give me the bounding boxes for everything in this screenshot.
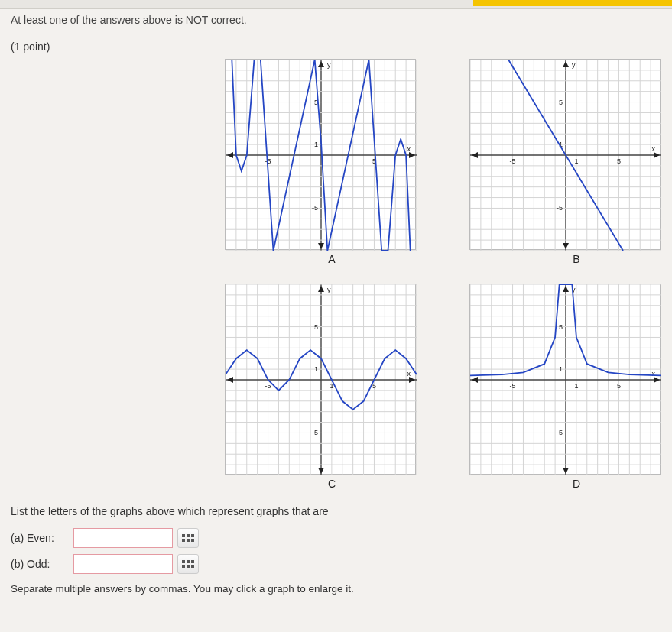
svg-marker-187 xyxy=(654,377,660,383)
svg-rect-208 xyxy=(182,565,185,568)
keypad-button-odd[interactable] xyxy=(177,554,199,574)
graph-b-label: B xyxy=(469,253,672,265)
graph-a[interactable]: -55-515yx xyxy=(225,59,416,250)
svg-text:-5: -5 xyxy=(557,429,563,436)
graph-block-d: -515-515yx D xyxy=(469,284,672,490)
svg-marker-89 xyxy=(563,61,569,67)
svg-text:1: 1 xyxy=(314,365,318,373)
svg-marker-139 xyxy=(318,286,324,292)
top-bar xyxy=(0,0,672,9)
hint-text: Separate multiple answers by commas. You… xyxy=(11,583,661,595)
svg-marker-189 xyxy=(563,286,569,292)
svg-text:y: y xyxy=(327,61,331,69)
svg-text:y: y xyxy=(572,61,576,69)
svg-text:-5: -5 xyxy=(510,157,516,165)
svg-text:1: 1 xyxy=(314,141,318,148)
svg-marker-41 xyxy=(318,243,324,249)
svg-marker-188 xyxy=(472,377,478,383)
graph-grid: -55-515yx A -515-515yx B -515-515yx C -5… xyxy=(225,59,661,490)
graph-block-c: -515-515yx C xyxy=(225,284,439,490)
question-prompt: List the letters of the graphs above whi… xyxy=(11,505,661,517)
odd-input[interactable] xyxy=(73,554,173,574)
answer-row-odd: (b) Odd: xyxy=(11,554,661,574)
graph-c-svg: -515-515yx xyxy=(226,284,417,475)
keypad-icon xyxy=(182,534,194,542)
svg-marker-88 xyxy=(472,152,478,158)
svg-marker-140 xyxy=(318,468,324,474)
svg-text:1: 1 xyxy=(574,382,578,390)
even-label: (a) Even: xyxy=(11,532,73,544)
svg-rect-202 xyxy=(182,539,185,542)
svg-text:y: y xyxy=(327,286,331,293)
svg-marker-190 xyxy=(563,468,569,474)
keypad-icon xyxy=(182,560,194,568)
svg-rect-199 xyxy=(182,534,185,537)
svg-rect-200 xyxy=(187,534,190,537)
svg-text:-5: -5 xyxy=(312,429,318,436)
svg-rect-207 xyxy=(191,560,194,563)
even-input[interactable] xyxy=(73,528,173,548)
svg-rect-210 xyxy=(191,565,194,568)
svg-text:1: 1 xyxy=(574,157,578,165)
svg-text:x: x xyxy=(407,370,411,378)
svg-rect-204 xyxy=(191,539,194,542)
svg-text:x: x xyxy=(652,145,656,153)
svg-marker-87 xyxy=(654,152,660,158)
keypad-button-even[interactable] xyxy=(177,528,199,548)
svg-text:-5: -5 xyxy=(265,382,271,390)
svg-text:x: x xyxy=(407,145,411,153)
svg-text:-5: -5 xyxy=(312,204,318,212)
graph-d-svg: -515-515yx xyxy=(470,284,661,475)
feedback-message: At least one of the answers above is NOT… xyxy=(0,9,672,31)
graph-b[interactable]: -515-515yx xyxy=(469,59,661,250)
svg-text:5: 5 xyxy=(559,323,563,331)
graph-d[interactable]: -515-515yx xyxy=(469,284,661,475)
question-content: (1 point) -55-515yx A -515-515yx B -515-… xyxy=(0,31,672,604)
svg-marker-40 xyxy=(318,61,324,67)
points-label: (1 point) xyxy=(11,41,661,53)
svg-rect-209 xyxy=(187,565,190,568)
graph-block-b: -515-515yx B xyxy=(469,59,672,265)
svg-text:5: 5 xyxy=(617,157,621,165)
svg-rect-205 xyxy=(182,560,185,563)
svg-marker-138 xyxy=(227,377,233,383)
svg-marker-90 xyxy=(563,243,569,249)
graph-c-label: C xyxy=(225,478,439,490)
svg-rect-206 xyxy=(187,560,190,563)
answer-row-even: (a) Even: xyxy=(11,528,661,548)
svg-text:-5: -5 xyxy=(557,204,563,212)
odd-label: (b) Odd: xyxy=(11,558,73,570)
graph-a-label: A xyxy=(225,253,439,265)
svg-text:5: 5 xyxy=(314,323,318,331)
graph-c[interactable]: -515-515yx xyxy=(225,284,416,475)
graph-block-a: -55-515yx A xyxy=(225,59,439,265)
graph-d-label: D xyxy=(469,478,672,490)
svg-rect-203 xyxy=(187,539,190,542)
svg-text:5: 5 xyxy=(617,382,621,390)
svg-marker-137 xyxy=(409,377,415,383)
graph-a-svg: -55-515yx xyxy=(226,60,417,251)
svg-text:1: 1 xyxy=(559,365,563,373)
svg-text:-5: -5 xyxy=(510,382,516,390)
svg-marker-38 xyxy=(409,152,415,158)
svg-text:5: 5 xyxy=(559,99,563,106)
svg-text:x: x xyxy=(652,370,656,378)
svg-marker-39 xyxy=(227,152,233,158)
graph-b-svg: -515-515yx xyxy=(470,60,661,251)
svg-rect-201 xyxy=(191,534,194,537)
